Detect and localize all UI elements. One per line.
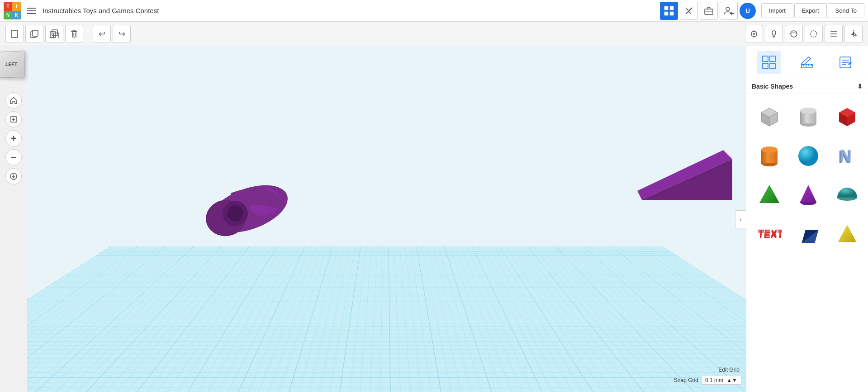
- shape-item-pyramid-yellow[interactable]: [830, 216, 865, 251]
- briefcase-icon: [704, 6, 714, 16]
- redo-button[interactable]: ↪: [113, 25, 131, 43]
- svg-point-42: [227, 205, 243, 222]
- svg-point-84: [837, 194, 857, 201]
- copy-icon: [30, 29, 39, 38]
- separator: [88, 27, 88, 41]
- add-person-icon: [723, 5, 734, 16]
- menu-line: [27, 13, 36, 14]
- svg-text:TEXT: TEXT: [758, 227, 782, 239]
- top-bar: T I N K Instructables Toys and Games Con…: [0, 0, 868, 22]
- svg-marker-32: [854, 32, 856, 35]
- import-button[interactable]: Import: [761, 3, 793, 18]
- snap-grid-arrows[interactable]: ▲▼: [726, 377, 737, 383]
- svg-rect-49: [763, 56, 768, 61]
- svg-rect-50: [770, 56, 775, 61]
- shape-tool-button[interactable]: [785, 25, 803, 43]
- shape-item-cylinder-orange[interactable]: [752, 138, 787, 174]
- home-button[interactable]: [5, 92, 22, 109]
- svg-rect-1: [670, 6, 674, 10]
- copy-button[interactable]: [25, 25, 43, 43]
- svg-point-20: [753, 33, 755, 35]
- shape-icon-box-red: [833, 103, 862, 132]
- undo-button[interactable]: ↩: [93, 25, 111, 43]
- shape-item-letter-n[interactable]: N N: [830, 138, 865, 174]
- menu-icon[interactable]: [24, 4, 39, 18]
- shape-item-box-red[interactable]: [830, 99, 865, 135]
- snap-grid-value[interactable]: 0.1 mm ▲▼: [701, 376, 741, 385]
- svg-marker-81: [759, 185, 779, 203]
- shape-tool-icon: [789, 29, 798, 38]
- cube-face-left: LEFT: [0, 51, 25, 78]
- mirror-button[interactable]: [844, 25, 863, 43]
- logo-k: K: [12, 11, 21, 19]
- briefcase-button[interactable]: [700, 2, 718, 20]
- notes-panel-tab[interactable]: [834, 51, 857, 74]
- svg-rect-13: [50, 32, 56, 38]
- shape-item-cone-purple[interactable]: [791, 177, 826, 213]
- shape-icon-pyramid-green: [755, 180, 784, 209]
- svg-point-76: [761, 146, 778, 153]
- svg-point-77: [798, 146, 818, 166]
- shape-item-pyramid-green[interactable]: [752, 177, 787, 213]
- duplicate-button[interactable]: [45, 25, 63, 43]
- shape-outline-icon: [809, 29, 818, 38]
- shape-item-text[interactable]: TEXT TEXT: [752, 216, 787, 251]
- shape-icon-prism-blue: [794, 219, 823, 248]
- collapse-panel-button[interactable]: ›: [735, 210, 746, 228]
- svg-point-25: [791, 31, 797, 37]
- svg-marker-83: [800, 185, 816, 202]
- svg-point-69: [800, 108, 816, 114]
- shape-icon-letter-n: N N: [833, 142, 862, 170]
- fit-button[interactable]: [5, 111, 22, 128]
- shape-item-half-sphere[interactable]: [830, 177, 865, 213]
- main-area: LEFT + −: [0, 46, 868, 392]
- add-user-button[interactable]: [720, 2, 738, 20]
- edit-grid-label[interactable]: Edit Grid: [718, 367, 740, 373]
- svg-rect-12: [33, 30, 38, 36]
- delete-button[interactable]: [65, 25, 83, 43]
- zoom-in-button[interactable]: +: [5, 130, 22, 146]
- view-cube[interactable]: LEFT: [0, 51, 29, 82]
- tinkercad-logo[interactable]: T I N K: [4, 2, 21, 19]
- download-button[interactable]: [5, 168, 22, 184]
- shape-icon-half-sphere: [833, 180, 862, 209]
- new-button[interactable]: [5, 25, 24, 43]
- shape-icon-text: TEXT TEXT: [755, 219, 784, 248]
- logo-i: I: [12, 2, 21, 11]
- shapes-panel-tab[interactable]: [757, 51, 781, 74]
- shape-item-cylinder-grey[interactable]: [791, 99, 826, 135]
- shape-tool2-button[interactable]: [805, 25, 823, 43]
- fit-icon: [9, 115, 18, 123]
- send-to-button[interactable]: Send To: [828, 3, 864, 18]
- shape-icon-box-grey: [755, 103, 784, 132]
- delete-icon: [70, 29, 79, 38]
- right-panel-tabs: [746, 46, 868, 79]
- ruler-panel-tab[interactable]: [795, 51, 819, 74]
- align-button[interactable]: [825, 25, 843, 43]
- download-icon: [9, 172, 18, 180]
- shape-item-box-grey[interactable]: [752, 99, 787, 135]
- shapes-dropdown[interactable]: Basic Shapes ⇕: [746, 79, 868, 94]
- export-button[interactable]: Export: [794, 3, 827, 18]
- whistle-object[interactable]: [190, 164, 308, 254]
- camera-icon: [749, 29, 759, 38]
- mirror-icon: [849, 29, 858, 38]
- svg-rect-10: [11, 30, 18, 38]
- dropdown-arrow-icon: ⇕: [857, 83, 863, 90]
- grid-view-button[interactable]: [660, 2, 678, 20]
- viewpoint-button[interactable]: [745, 25, 763, 43]
- bulb-button[interactable]: [765, 25, 783, 43]
- viewport[interactable]: Edit Grid Snap Grid 0.1 mm ▲▼: [27, 46, 746, 392]
- secondary-toolbar: ↩ ↪: [0, 22, 868, 46]
- ramp-object[interactable]: [637, 123, 737, 204]
- zoom-out-button[interactable]: −: [5, 149, 22, 165]
- shape-item-sphere-teal[interactable]: [791, 138, 826, 174]
- svg-text:N: N: [840, 146, 852, 165]
- shapes-dropdown-label: Basic Shapes: [752, 83, 793, 90]
- top-right-tools: U: [660, 2, 756, 20]
- pickaxe-button[interactable]: [680, 2, 698, 20]
- snap-grid-row: Snap Grid 0.1 mm ▲▼: [674, 376, 741, 385]
- shape-item-prism-blue[interactable]: [791, 216, 826, 251]
- user-avatar[interactable]: U: [740, 3, 756, 19]
- pickaxe-icon: [684, 6, 694, 16]
